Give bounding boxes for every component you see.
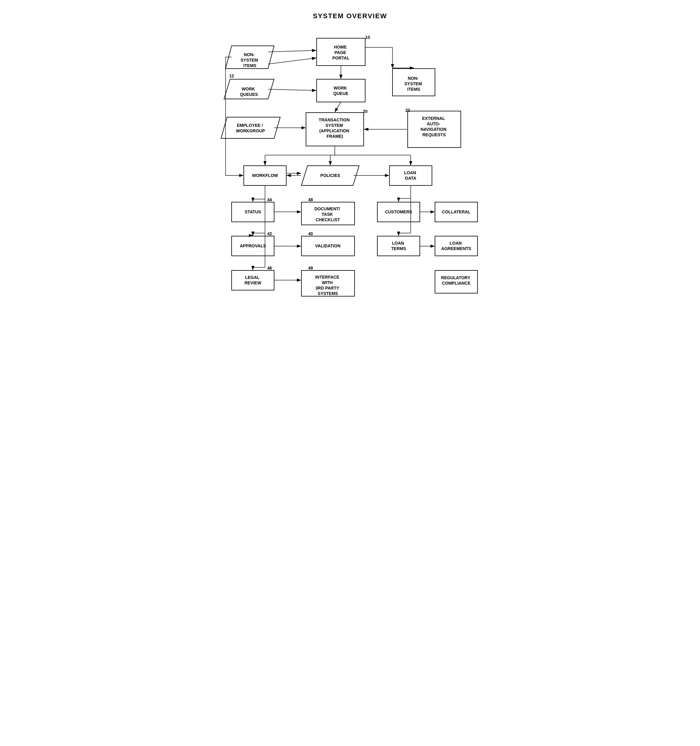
approvals-label: APPROVALS	[240, 244, 266, 248]
label-46: 46	[267, 266, 272, 271]
diagram-title: SYSTEM OVERVIEW	[214, 12, 486, 20]
arrow-workqueue-to-trans	[335, 102, 341, 112]
label-42: 42	[267, 231, 272, 236]
employee-workgroup-box	[221, 117, 280, 138]
label-48: 48	[308, 197, 313, 202]
status-label: STATUS	[245, 209, 261, 214]
label-12: 12	[229, 74, 234, 78]
arrow-nonsys-left2-to-portal	[268, 58, 316, 64]
label-44: 44	[267, 197, 272, 202]
work-queue-box	[317, 79, 365, 102]
label-10: 10	[365, 35, 370, 40]
label-20: 20	[363, 109, 367, 114]
workflow-label: WORKFLOW	[252, 173, 278, 178]
label-49: 49	[308, 266, 313, 271]
collateral-label: COLLATERAL	[442, 209, 471, 214]
customers-label: CUSTOMERS	[385, 209, 412, 214]
label-22: 22	[405, 108, 410, 113]
diagram-container: SYSTEM OVERVIEW HOME PAGE PORTAL 10 NON-…	[214, 6, 486, 355]
validation-label: VALIDATION	[315, 244, 340, 248]
label-40: 40	[308, 231, 313, 236]
policies-label: POLICIES	[320, 173, 340, 178]
arrow-workqueues-to-workqueue	[268, 89, 316, 90]
arrow-nonsys-left-to-portal	[268, 50, 316, 52]
home-page-portal-label: HOME PAGE PORTAL	[333, 45, 350, 60]
